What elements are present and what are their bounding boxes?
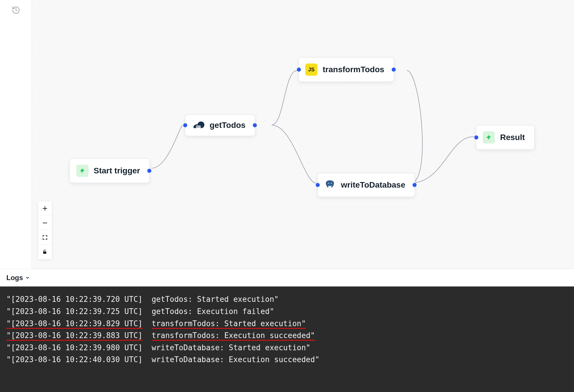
logs-header[interactable]: Logs <box>0 269 574 286</box>
trigger-icon <box>483 131 495 144</box>
log-line: "[2023-08-16 10:22:39.725 UTC] getTodos:… <box>6 306 568 318</box>
svg-text:{REST}: {REST} <box>195 126 202 128</box>
log-line: "[2023-08-16 10:22:40.030 UTC] writeToDa… <box>6 354 568 366</box>
node-label: writeToDatabase <box>341 180 405 190</box>
port-in[interactable] <box>183 123 187 127</box>
left-rail <box>0 0 32 269</box>
node-result[interactable]: Result <box>476 125 535 150</box>
node-label: transformTodos <box>323 65 384 74</box>
port-in[interactable] <box>297 68 301 72</box>
log-line: "[2023-08-16 10:22:39.883 UTC] transform… <box>6 330 568 342</box>
rest-icon: {REST} <box>192 121 204 130</box>
port-out[interactable] <box>147 169 151 173</box>
port-in[interactable] <box>316 183 320 187</box>
logs-title: Logs <box>6 274 23 282</box>
svg-point-5 <box>331 183 332 184</box>
node-start-trigger[interactable]: Start trigger <box>70 159 150 183</box>
node-label: Start trigger <box>94 166 140 175</box>
js-icon: JS <box>305 63 317 76</box>
node-transform-todos[interactable]: JS transformTodos <box>299 57 394 82</box>
lock-button[interactable] <box>38 245 52 259</box>
port-out[interactable] <box>253 123 257 127</box>
log-line: "[2023-08-16 10:22:39.720 UTC] getTodos:… <box>6 293 568 306</box>
zoom-in-button[interactable] <box>38 201 52 216</box>
zoom-out-button[interactable] <box>38 216 52 230</box>
port-out[interactable] <box>413 183 417 187</box>
svg-point-4 <box>328 183 329 184</box>
node-write-to-database[interactable]: writeToDatabase <box>317 173 415 197</box>
node-label: Result <box>500 133 525 142</box>
zoom-fit-button[interactable] <box>38 230 52 245</box>
log-line: "[2023-08-16 10:22:39.980 UTC] writeToDa… <box>6 342 568 354</box>
workflow-canvas[interactable]: Start trigger {REST} getTodos JS transfo… <box>32 0 574 269</box>
zoom-controls <box>38 201 52 259</box>
logs-panel: "[2023-08-16 10:22:39.720 UTC] getTodos:… <box>0 286 574 392</box>
port-out[interactable] <box>392 68 396 72</box>
chevron-down-icon <box>25 275 30 280</box>
history-icon[interactable] <box>12 6 20 16</box>
port-in[interactable] <box>474 135 478 139</box>
log-line: "[2023-08-16 10:22:39.829 UTC] transform… <box>6 318 568 330</box>
trigger-icon <box>76 165 88 177</box>
postgres-icon <box>324 179 336 191</box>
node-get-todos[interactable]: {REST} getTodos <box>185 115 255 136</box>
node-label: getTodos <box>210 121 246 130</box>
